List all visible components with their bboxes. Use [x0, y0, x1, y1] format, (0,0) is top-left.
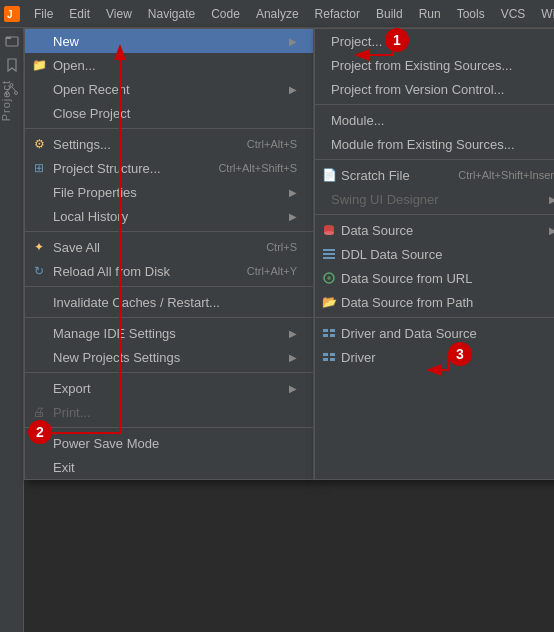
menu-item-file-properties[interactable]: File Properties ▶: [25, 180, 313, 204]
separator-4: [25, 317, 313, 318]
ddl-icon: [321, 246, 337, 262]
arrow-new-projects: ▶: [289, 352, 297, 363]
submenu-driver-data-source[interactable]: Driver and Data Source: [315, 321, 554, 345]
submenu-swing[interactable]: Swing UI Designer ▶: [315, 187, 554, 211]
svg-rect-14: [323, 257, 335, 259]
svg-rect-23: [330, 358, 335, 361]
app-logo: J: [4, 4, 20, 24]
menu-vcs[interactable]: VCS: [493, 5, 534, 23]
submenu-data-source[interactable]: Data Source ▶: [315, 218, 554, 242]
submenu-data-source-url[interactable]: Data Source from URL: [315, 266, 554, 290]
sub-sep-3: [315, 214, 554, 215]
svg-rect-12: [323, 249, 335, 251]
menu-edit[interactable]: Edit: [61, 5, 98, 23]
new-submenu: Project... Project from Existing Sources…: [314, 28, 554, 480]
submenu-project-existing[interactable]: Project from Existing Sources...: [315, 53, 554, 77]
menu-item-print[interactable]: 🖨 Print...: [25, 400, 313, 424]
svg-rect-16: [323, 329, 328, 332]
separator-1: [25, 128, 313, 129]
grid-icon: ⊞: [31, 160, 47, 176]
sidebar-project-icon[interactable]: [3, 32, 21, 50]
arrow-new: ▶: [289, 36, 297, 47]
menu-item-invalidate[interactable]: Invalidate Caches / Restart...: [25, 290, 313, 314]
submenu-ddl-data-source[interactable]: DDL Data Source: [315, 242, 554, 266]
separator-6: [25, 427, 313, 428]
svg-rect-22: [323, 358, 328, 361]
menu-item-close-project[interactable]: Close Project: [25, 101, 313, 125]
svg-rect-17: [330, 329, 335, 332]
menu-item-exit[interactable]: Exit: [25, 455, 313, 479]
menu-item-power-save[interactable]: Power Save Mode: [25, 431, 313, 455]
menu-analyze[interactable]: Analyze: [248, 5, 307, 23]
menu-view[interactable]: View: [98, 5, 140, 23]
menu-window[interactable]: Wind: [533, 5, 554, 23]
menu-item-manage-ide[interactable]: Manage IDE Settings ▶: [25, 321, 313, 345]
driver-icon: [321, 349, 337, 365]
separator-5: [25, 372, 313, 373]
svg-rect-19: [330, 334, 335, 337]
menu-item-new-projects[interactable]: New Projects Settings ▶: [25, 345, 313, 369]
menu-item-export[interactable]: Export ▶: [25, 376, 313, 400]
svg-rect-21: [330, 353, 335, 356]
menu-tools[interactable]: Tools: [449, 5, 493, 23]
arrow-local-history: ▶: [289, 211, 297, 222]
save-icon: ✦: [31, 239, 47, 255]
svg-point-11: [324, 231, 334, 235]
svg-rect-20: [323, 353, 328, 356]
menu-item-local-history[interactable]: Local History ▶: [25, 204, 313, 228]
svg-rect-13: [323, 253, 335, 255]
file-menu: New ▶ 📁 Open... Open Recent ▶ Close Proj…: [24, 28, 314, 480]
driver-ds-icon: [321, 325, 337, 341]
menu-item-new[interactable]: New ▶: [25, 29, 313, 53]
menu-build[interactable]: Build: [368, 5, 411, 23]
arrow-data-source: ▶: [549, 225, 554, 236]
arrow-file-properties: ▶: [289, 187, 297, 198]
db-red-icon: [321, 222, 337, 238]
menu-item-save-all[interactable]: ✦ Save All Ctrl+S: [25, 235, 313, 259]
folder-icon: 📁: [31, 57, 47, 73]
menu-item-open[interactable]: 📁 Open...: [25, 53, 313, 77]
separator-2: [25, 231, 313, 232]
sub-sep-1: [315, 104, 554, 105]
dropdown-overlay: New ▶ 📁 Open... Open Recent ▶ Close Proj…: [24, 28, 554, 480]
reload-icon: ↻: [31, 263, 47, 279]
separator-3: [25, 286, 313, 287]
sub-sep-4: [315, 317, 554, 318]
arrow-open-recent: ▶: [289, 84, 297, 95]
svg-rect-3: [6, 37, 11, 39]
menu-navigate[interactable]: Navigate: [140, 5, 203, 23]
arrow-manage-ide: ▶: [289, 328, 297, 339]
arrow-export: ▶: [289, 383, 297, 394]
submenu-module[interactable]: Module...: [315, 108, 554, 132]
menu-item-project-structure[interactable]: ⊞ Project Structure... Ctrl+Alt+Shift+S: [25, 156, 313, 180]
menu-item-settings[interactable]: ⚙ Settings... Ctrl+Alt+S: [25, 132, 313, 156]
url-green-icon: [321, 270, 337, 286]
menu-file[interactable]: File: [26, 5, 61, 23]
submenu-module-existing[interactable]: Module from Existing Sources...: [315, 132, 554, 156]
gear-icon: ⚙: [31, 136, 47, 152]
menu-item-open-recent[interactable]: Open Recent ▶: [25, 77, 313, 101]
svg-text:J: J: [7, 9, 13, 20]
sub-sep-2: [315, 159, 554, 160]
submenu-scratch[interactable]: 📄 Scratch File Ctrl+Alt+Shift+Insert: [315, 163, 554, 187]
submenu-driver[interactable]: Driver: [315, 345, 554, 369]
project-label: Project: [0, 80, 24, 121]
submenu-data-source-path[interactable]: 📂 Data Source from Path: [315, 290, 554, 314]
submenu-project-vcs[interactable]: Project from Version Control...: [315, 77, 554, 101]
menu-run[interactable]: Run: [411, 5, 449, 23]
sidebar-bookmark-icon[interactable]: [3, 56, 21, 74]
menu-bar: J File Edit View Navigate Code Analyze R…: [0, 0, 554, 28]
scratch-file-icon: 📄: [321, 167, 337, 183]
menu-item-reload[interactable]: ↻ Reload All from Disk Ctrl+Alt+Y: [25, 259, 313, 283]
folder-cyan-icon: 📂: [321, 294, 337, 310]
menu-refactor[interactable]: Refactor: [307, 5, 368, 23]
print-icon: 🖨: [31, 404, 47, 420]
menu-code[interactable]: Code: [203, 5, 248, 23]
svg-rect-18: [323, 334, 328, 337]
submenu-project[interactable]: Project...: [315, 29, 554, 53]
arrow-swing: ▶: [549, 194, 554, 205]
